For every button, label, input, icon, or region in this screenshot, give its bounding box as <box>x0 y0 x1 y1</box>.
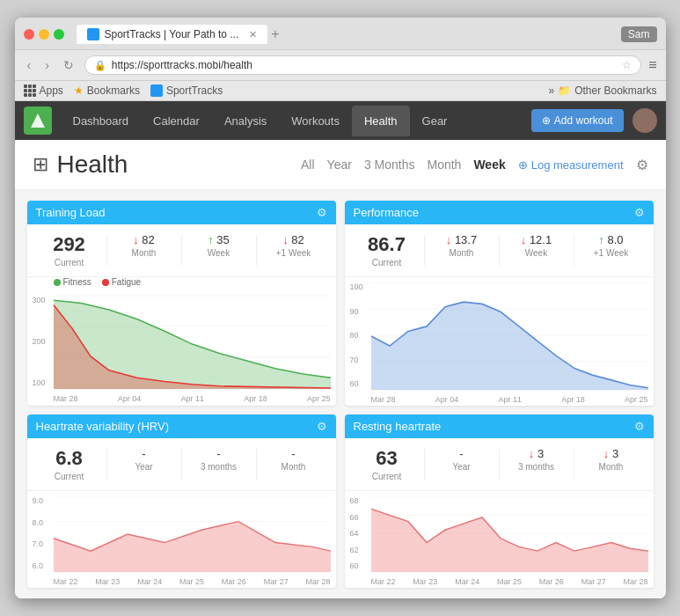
tl-plus1week-label: +1 Week <box>260 248 327 258</box>
tl-x-apr04: Apr 04 <box>118 394 142 403</box>
rhr-current-stat: 63 Current <box>350 445 424 483</box>
minimize-button[interactable] <box>39 29 49 40</box>
rhr-y-62: 62 <box>350 546 359 554</box>
close-button[interactable] <box>24 29 34 40</box>
hrv-current-stat: 6.8 Current <box>33 445 106 483</box>
rhr-gear-icon[interactable]: ⚙ <box>634 420 645 433</box>
reload-button[interactable]: ↻ <box>60 56 77 74</box>
time-filters: All Year 3 Months Month Week ⊕ Log measu… <box>301 157 647 173</box>
perf-chart-area: 100 90 80 70 60 <box>345 277 654 406</box>
page-settings-icon[interactable]: ⚙ <box>636 157 648 173</box>
active-tab[interactable]: SportTracks | Your Path to ... ✕ <box>77 25 268 44</box>
hrv-x-mar26: Mar 26 <box>222 577 246 586</box>
rhr-x-labels: Mar 22 Mar 23 Mar 24 Mar 25 Mar 26 Mar 2… <box>371 577 648 586</box>
rhr-chart-svg <box>371 496 648 572</box>
rhr-title: Resting heartrate <box>354 420 442 433</box>
bookmarks-item[interactable]: ★ Bookmarks <box>74 84 140 97</box>
nav-calendar[interactable]: Calendar <box>141 106 212 136</box>
tl-month-stat: ↓ 82 Month <box>107 231 181 269</box>
health-icon: ⊞ <box>33 153 48 176</box>
rhr-x-mar26: Mar 26 <box>539 577 564 586</box>
nav-gear[interactable]: Gear <box>410 106 460 136</box>
back-button[interactable]: ‹ <box>24 56 35 74</box>
sporttracks-label: SportTracks <box>166 84 223 97</box>
tl-chart-area: 300 200 100 <box>27 290 336 405</box>
hrv-x-mar25: Mar 25 <box>179 577 204 586</box>
hrv-y-7: 7.0 <box>33 539 44 548</box>
hrv-3months-value: - <box>186 447 252 460</box>
rhr-x-mar24: Mar 24 <box>455 577 479 586</box>
rhr-year-value: - <box>428 447 495 460</box>
rhr-year-label: Year <box>428 462 495 472</box>
hrv-x-labels: Mar 22 Mar 23 Mar 24 Mar 25 Mar 26 Mar 2… <box>54 577 331 586</box>
hrv-x-mar23: Mar 23 <box>95 577 120 586</box>
forward-button[interactable]: › <box>41 56 53 74</box>
tl-x-apr11: Apr 11 <box>180 394 204 403</box>
maximize-button[interactable] <box>54 29 64 40</box>
nav-health[interactable]: Health <box>352 106 410 136</box>
perf-plus1week-label: +1 Week <box>578 248 645 258</box>
plus-circle-icon: ⊕ <box>518 158 528 172</box>
perf-x-apr04: Apr 04 <box>435 395 459 404</box>
app-nav: Dashboard Calendar Analysis Workouts Hea… <box>15 101 666 140</box>
tab-bar: SportTracks | Your Path to ... ✕ + <box>77 25 614 44</box>
rhr-x-mar25: Mar 25 <box>497 577 522 586</box>
log-measurement-button[interactable]: ⊕ Log measurement <box>518 158 624 172</box>
apps-bookmark[interactable]: Apps <box>24 84 63 97</box>
fatigue-label: Fatigue <box>112 277 141 287</box>
rhr-y-64: 64 <box>350 529 359 538</box>
hrv-gear-icon[interactable]: ⚙ <box>317 420 327 433</box>
rhr-header: Resting heartrate ⚙ <box>345 414 654 438</box>
rhr-chart-area: 68 66 64 62 60 <box>345 491 654 588</box>
dashboard-grid: Training Load ⚙ 292 Current ↓ 82 Month <box>15 190 666 598</box>
perf-chart-svg <box>371 282 648 390</box>
menu-button[interactable]: ≡ <box>648 57 656 73</box>
nav-analysis[interactable]: Analysis <box>212 106 279 136</box>
sporttracks-favicon <box>150 84 163 97</box>
filter-week[interactable]: Week <box>473 158 505 172</box>
nav-dashboard[interactable]: Dashboard <box>61 106 142 136</box>
rhr-3months-value: ↓ 3 <box>503 447 570 460</box>
filter-month[interactable]: Month <box>427 158 461 172</box>
rhr-year-stat: - Year <box>425 445 499 483</box>
tl-x-mar28: Mar 28 <box>54 394 78 403</box>
tab-close-icon[interactable]: ✕ <box>249 29 257 40</box>
perf-x-apr18: Apr 18 <box>561 395 585 404</box>
window-controls <box>24 29 64 40</box>
tl-chart-legend: Fitness Fatigue <box>27 277 336 290</box>
other-bookmarks-label: Other Bookmarks <box>574 84 656 97</box>
perf-y-labels: 100 90 80 70 60 <box>350 282 363 388</box>
tl-current-stat: 292 Current <box>33 231 106 269</box>
hrv-current-label: Current <box>36 472 103 481</box>
hrv-3months-label: 3 months <box>186 462 252 472</box>
new-tab-button[interactable]: + <box>271 26 279 42</box>
sporttracks-bookmark[interactable]: SportTracks <box>150 84 223 97</box>
filter-3months[interactable]: 3 Months <box>364 158 415 172</box>
rhr-current-value: 63 <box>354 447 420 470</box>
perf-x-apr25: Apr 25 <box>625 395 648 404</box>
fatigue-dot <box>102 279 109 286</box>
nav-workouts[interactable]: Workouts <box>279 106 352 136</box>
user-avatar: Sam <box>621 26 657 42</box>
other-bookmarks[interactable]: » 📁 Other Bookmarks <box>548 84 656 97</box>
perf-week-value: ↓ 12.1 <box>503 233 570 246</box>
training-load-gear-icon[interactable]: ⚙ <box>317 206 327 219</box>
add-workout-button[interactable]: ⊕ Add workout <box>531 109 624 132</box>
rhr-3months-stat: ↓ 3 3 months <box>500 445 574 483</box>
training-load-header: Training Load ⚙ <box>27 201 336 224</box>
app-logo[interactable] <box>24 106 52 135</box>
tl-month-label: Month <box>111 248 178 258</box>
bookmark-star-icon[interactable]: ☆ <box>622 59 632 71</box>
rhr-y-68: 68 <box>350 496 359 505</box>
perf-x-mar28: Mar 28 <box>371 395 396 404</box>
tl-current-value: 292 <box>36 233 103 256</box>
filter-all[interactable]: All <box>301 158 315 172</box>
perf-y-60: 60 <box>350 379 363 388</box>
browser-titlebar: SportTracks | Your Path to ... ✕ + Sam <box>15 18 666 50</box>
performance-gear-icon[interactable]: ⚙ <box>634 206 645 219</box>
filter-year[interactable]: Year <box>327 158 352 172</box>
address-bar[interactable]: 🔒 https://sporttracks.mobi/health ☆ <box>84 55 641 75</box>
log-measurement-label: Log measurement <box>531 158 624 172</box>
nav-links: Dashboard Calendar Analysis Workouts Hea… <box>61 106 531 136</box>
ssl-icon: 🔒 <box>94 60 106 71</box>
